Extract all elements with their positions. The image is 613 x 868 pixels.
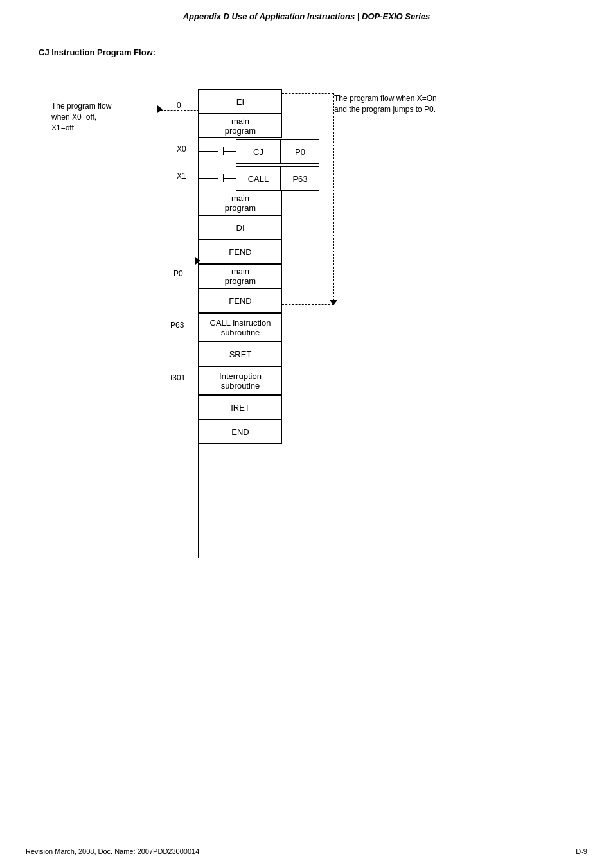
footer-left: Revision March, 2008, Doc. Name: 2007PDD… [26, 847, 199, 855]
X0-line-left [199, 151, 218, 152]
left-flow-label: The program flowwhen X0=off,X1=off [51, 101, 135, 133]
box-IRET: IRET [199, 395, 282, 420]
box-FEND1: FEND [199, 240, 282, 264]
X1-line-left [199, 178, 218, 179]
box-P63-param: P63 [281, 166, 319, 191]
page-footer: Revision March, 2008, Doc. Name: 2007PDD… [0, 847, 613, 855]
num-0-label: 0 [177, 101, 181, 110]
content-area: CJ Instruction Program Flow: The program… [0, 28, 613, 590]
top-left-dashed-h [161, 110, 199, 111]
P63-label: P63 [170, 321, 184, 330]
footer-right: D-9 [576, 847, 587, 855]
top-arrow [157, 105, 163, 113]
box-SRET: SRET [199, 342, 282, 366]
box-CALL: CALL [236, 166, 281, 191]
right-flow-label: The program flow when X=Onand the progra… [334, 93, 501, 115]
X0-line-right [223, 151, 236, 152]
flow-diagram: The program flowwhen X0=off,X1=off 0 EI … [51, 70, 565, 571]
box-main3: mainprogram [199, 264, 282, 288]
box-CALL-sub: CALL instructionsubroutine [199, 313, 282, 342]
X1-line-right [223, 178, 236, 179]
page-header: Appendix D Use of Application Instructio… [0, 0, 613, 28]
box-P0-param: P0 [281, 139, 319, 164]
left-dashed-h-bottom [164, 261, 198, 261]
box-EI: EI [199, 89, 282, 114]
box-interrupt-sub: Interruptionsubroutine [199, 366, 282, 395]
top-dashed-h [282, 93, 333, 94]
X1-contact-left [218, 174, 218, 182]
fend2-dashed-h [282, 304, 333, 305]
right-dashed-v [333, 93, 334, 304]
box-main2: mainprogram [199, 191, 282, 215]
box-END: END [199, 420, 282, 444]
left-arrow-right [195, 257, 200, 265]
section-title: CJ Instruction Program Flow: [39, 48, 574, 57]
X1-label: X1 [177, 172, 186, 181]
box-CJ: CJ [236, 139, 281, 164]
left-dashed-v [164, 110, 164, 261]
P0-label: P0 [173, 269, 183, 278]
I301-label: I301 [170, 373, 185, 382]
box-DI: DI [199, 215, 282, 240]
box-main1: mainprogram [199, 114, 282, 138]
X0-label: X0 [177, 145, 186, 154]
X0-contact-left [218, 147, 218, 155]
header-text: Appendix D Use of Application Instructio… [183, 12, 431, 21]
box-FEND2: FEND [199, 288, 282, 313]
